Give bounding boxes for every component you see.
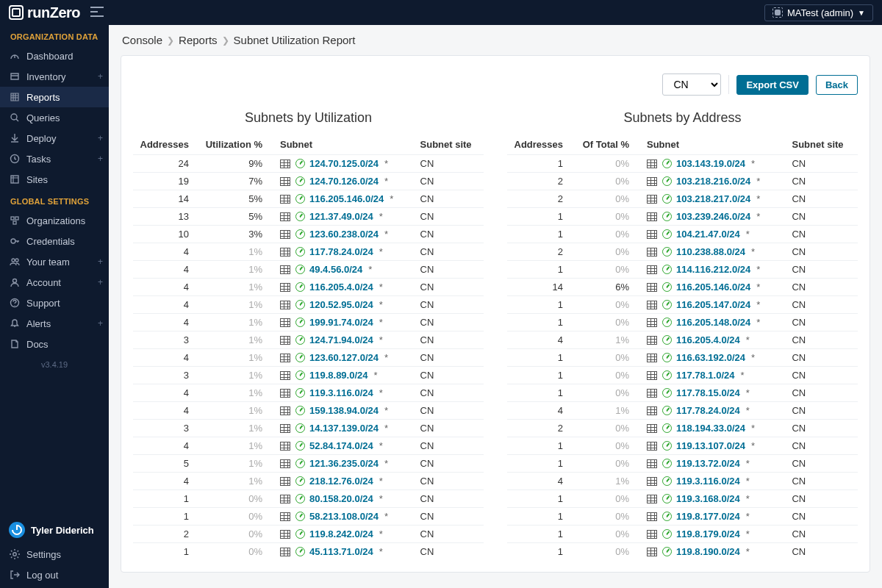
coverage-icon[interactable] — [662, 194, 672, 204]
coverage-icon[interactable] — [662, 476, 672, 487]
grid-icon[interactable] — [280, 547, 290, 557]
subnet-link[interactable]: 124.70.126.0/24 — [309, 176, 379, 187]
subnet-link[interactable]: 119.3.116.0/24 — [309, 387, 373, 398]
org-switcher[interactable]: MATest (admin) ▼ — [764, 4, 873, 21]
grid-icon[interactable] — [647, 494, 657, 504]
coverage-icon[interactable] — [295, 388, 305, 398]
grid-icon[interactable] — [647, 318, 657, 328]
site-select[interactable]: CN — [662, 74, 721, 96]
grid-icon[interactable] — [280, 476, 290, 487]
grid-icon[interactable] — [280, 512, 290, 522]
subnet-link[interactable]: 116.63.192.0/24 — [676, 352, 745, 363]
grid-icon[interactable] — [647, 229, 657, 240]
grid-icon[interactable] — [647, 176, 657, 187]
coverage-icon[interactable] — [295, 212, 305, 222]
breadcrumb-reports[interactable]: Reports — [179, 34, 218, 46]
grid-icon[interactable] — [647, 335, 657, 345]
subnet-link[interactable]: 119.3.168.0/24 — [676, 493, 740, 504]
subnet-link[interactable]: 104.21.47.0/24 — [676, 229, 740, 240]
coverage-icon[interactable] — [295, 494, 305, 504]
subnet-link[interactable]: 117.78.15.0/24 — [676, 387, 740, 398]
coverage-icon[interactable] — [295, 529, 305, 539]
subnet-link[interactable]: 116.205.4.0/24 — [309, 282, 373, 293]
coverage-icon[interactable] — [662, 459, 672, 469]
coverage-icon[interactable] — [295, 353, 305, 363]
subnet-link[interactable]: 121.37.49.0/24 — [309, 211, 373, 222]
subnet-link[interactable]: 124.70.125.0/24 — [309, 158, 379, 169]
sidebar-item-queries[interactable]: Queries — [0, 107, 109, 128]
plus-icon[interactable]: + — [98, 154, 103, 164]
sidebar-item-inventory[interactable]: Inventory+ — [0, 66, 109, 87]
subnet-link[interactable]: 116.205.146.0/24 — [676, 282, 750, 293]
subnet-link[interactable]: 123.60.127.0/24 — [309, 352, 379, 363]
sidebar-user[interactable]: Tyler Diderich — [0, 516, 109, 544]
grid-icon[interactable] — [647, 423, 657, 434]
coverage-icon[interactable] — [662, 318, 672, 328]
subnet-link[interactable]: 80.158.20.0/24 — [309, 493, 373, 504]
coverage-icon[interactable] — [295, 441, 305, 451]
subnet-link[interactable]: 119.8.242.0/24 — [309, 528, 373, 539]
coverage-icon[interactable] — [295, 459, 305, 469]
menu-toggle-icon[interactable] — [90, 5, 104, 21]
coverage-icon[interactable] — [295, 229, 305, 240]
subnet-link[interactable]: 199.91.74.0/24 — [309, 317, 373, 328]
plus-icon[interactable]: + — [98, 133, 103, 143]
grid-icon[interactable] — [647, 265, 657, 275]
coverage-icon[interactable] — [662, 423, 672, 434]
grid-icon[interactable] — [280, 265, 290, 275]
export-csv-button[interactable]: Export CSV — [736, 75, 808, 95]
grid-icon[interactable] — [647, 282, 657, 293]
coverage-icon[interactable] — [662, 229, 672, 240]
grid-icon[interactable] — [647, 441, 657, 451]
grid-icon[interactable] — [280, 335, 290, 345]
grid-icon[interactable] — [280, 388, 290, 398]
sidebar-item-tasks[interactable]: Tasks+ — [0, 148, 109, 169]
subnet-link[interactable]: 218.12.76.0/24 — [309, 476, 373, 487]
coverage-icon[interactable] — [295, 300, 305, 310]
subnet-link[interactable]: 14.137.139.0/24 — [309, 423, 379, 434]
coverage-icon[interactable] — [662, 494, 672, 504]
coverage-icon[interactable] — [295, 159, 305, 169]
subnet-link[interactable]: 103.218.217.0/24 — [676, 193, 750, 204]
subnet-link[interactable]: 124.71.94.0/24 — [309, 334, 373, 345]
plus-icon[interactable]: + — [98, 277, 103, 287]
coverage-icon[interactable] — [295, 476, 305, 487]
sidebar-item-logout[interactable]: Log out — [0, 564, 109, 585]
subnet-link[interactable]: 116.205.148.0/24 — [676, 317, 750, 328]
grid-icon[interactable] — [647, 512, 657, 522]
subnet-link[interactable]: 114.116.212.0/24 — [676, 264, 750, 275]
sidebar-item-your-team[interactable]: Your team+ — [0, 251, 109, 272]
subnet-link[interactable]: 117.78.24.0/24 — [309, 246, 373, 257]
subnet-link[interactable]: 119.8.190.0/24 — [676, 546, 740, 557]
coverage-icon[interactable] — [662, 547, 672, 557]
grid-icon[interactable] — [647, 459, 657, 469]
grid-icon[interactable] — [280, 159, 290, 169]
grid-icon[interactable] — [647, 370, 657, 381]
coverage-icon[interactable] — [295, 265, 305, 275]
grid-icon[interactable] — [280, 229, 290, 240]
sidebar-item-sites[interactable]: Sites — [0, 169, 109, 190]
coverage-icon[interactable] — [662, 282, 672, 293]
sidebar-item-support[interactable]: Support — [0, 293, 109, 313]
grid-icon[interactable] — [280, 353, 290, 363]
grid-icon[interactable] — [280, 494, 290, 504]
grid-icon[interactable] — [280, 194, 290, 204]
subnet-link[interactable]: 119.8.89.0/24 — [309, 370, 368, 381]
sidebar-item-credentials[interactable]: Credentials — [0, 231, 109, 251]
subnet-link[interactable]: 119.8.177.0/24 — [676, 511, 740, 522]
subnet-link[interactable]: 116.205.147.0/24 — [676, 299, 750, 310]
grid-icon[interactable] — [280, 406, 290, 416]
subnet-link[interactable]: 45.113.71.0/24 — [309, 546, 373, 557]
sidebar-item-docs[interactable]: Docs — [0, 334, 109, 354]
subnet-link[interactable]: 118.194.33.0/24 — [676, 423, 745, 434]
subnet-link[interactable]: 103.218.216.0/24 — [676, 176, 750, 187]
subnet-link[interactable]: 119.13.72.0/24 — [676, 458, 740, 469]
grid-icon[interactable] — [647, 212, 657, 222]
plus-icon[interactable]: + — [98, 71, 103, 82]
plus-icon[interactable]: + — [98, 257, 103, 267]
sidebar-item-organizations[interactable]: Organizations — [0, 210, 109, 231]
grid-icon[interactable] — [647, 388, 657, 398]
subnet-link[interactable]: 58.213.108.0/24 — [309, 511, 379, 522]
grid-icon[interactable] — [280, 247, 290, 257]
coverage-icon[interactable] — [662, 176, 672, 187]
